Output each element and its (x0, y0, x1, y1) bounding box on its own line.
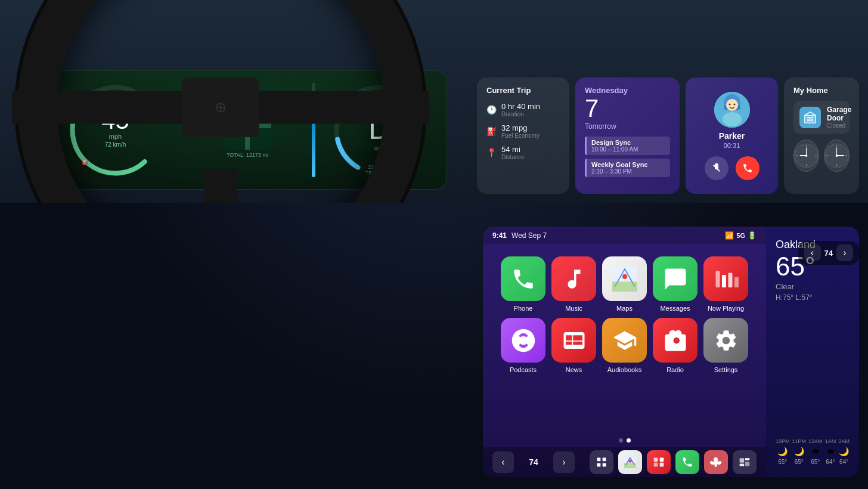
app-phone[interactable]: Phone (501, 256, 545, 312)
signal-strength: 5G (736, 232, 745, 239)
forecast-temp-4: 64° (839, 459, 848, 465)
calendar-day-name: Wednesday (585, 86, 670, 95)
svg-point-9 (728, 103, 730, 105)
home-widget: My Home Garage Door Closed (784, 78, 859, 194)
forecast-icon-1: 🌙 (794, 447, 804, 456)
app-music[interactable]: Music (551, 256, 596, 312)
dock-fan-button[interactable] (704, 450, 728, 474)
right-panel-widgets: Current Trip 🕐 0 hr 40 min Duration ⛽ 32… (477, 78, 859, 194)
distance-icon: 📍 (486, 148, 497, 157)
forecast-time-2: 12AM (808, 438, 823, 444)
radio-label: Radio (666, 366, 684, 373)
page-dot-1[interactable] (619, 438, 623, 442)
svg-point-46 (629, 460, 632, 463)
dock-maps-button[interactable] (618, 450, 642, 474)
svg-rect-41 (603, 458, 606, 462)
app-podcasts[interactable]: Podcasts (501, 318, 545, 373)
calendar-tomorrow: Tomorrow (585, 122, 670, 131)
calendar-widget: Wednesday 7 Tomorrow Design Sync 10:00 –… (575, 78, 680, 194)
forecast-temp-1: 65° (795, 459, 804, 465)
svg-rect-35 (715, 271, 720, 287)
svg-rect-50 (660, 463, 664, 467)
app-nowplaying[interactable]: Now Playing (703, 256, 748, 312)
event-2-time: 2:30 – 3:30 PM (591, 168, 665, 175)
apps-row-1: Phone Music (501, 256, 748, 312)
news-label: News (566, 366, 582, 373)
svg-rect-42 (597, 463, 601, 467)
forecast-11pm: 11PM 🌙 65° (792, 438, 807, 465)
radio-icon (653, 318, 698, 363)
garage-icon (799, 107, 821, 128)
end-call-button[interactable] (736, 156, 760, 180)
maps-label: Maps (616, 305, 633, 312)
forecast-row: 10PM 🌙 65° 11PM 🌙 65° 12AM 🌧 65° 1AM 🌧 (776, 438, 850, 465)
apps-row-2: Podcasts News (501, 318, 748, 373)
forecast-2am: 2AM 🌙 64° (838, 438, 850, 465)
trip-distance-label: Distance (501, 154, 525, 160)
svg-point-31 (836, 154, 838, 157)
app-audiobooks[interactable]: Audiobooks (602, 318, 647, 373)
event-1-title: Design Sync (591, 139, 665, 146)
phone-label: Phone (514, 305, 533, 312)
messages-label: Messages (660, 305, 690, 312)
trip-distance-row: 📍 54 mi Distance (486, 145, 560, 160)
weather-range: H:75° L:57° (776, 293, 850, 302)
svg-rect-55 (740, 464, 745, 466)
dock-appstore-button[interactable] (647, 450, 671, 474)
home-grid-button[interactable] (590, 450, 613, 474)
battery-icon: 🔋 (748, 231, 757, 240)
svg-rect-38 (734, 277, 739, 287)
analog-clocks (793, 140, 850, 172)
weather-high: H:75° (776, 293, 793, 302)
calendar-event-1: Design Sync 10:00 – 11:00 AM (585, 137, 670, 155)
calendar-event-2: Weekly Goal Sync 2:30 – 3:30 PM (585, 159, 670, 177)
app-radio[interactable]: Radio (653, 318, 698, 373)
trip-duration-value: 0 hr 40 min (501, 102, 540, 111)
steering-center-hub: ⊕ (182, 78, 259, 137)
forecast-time-4: 2AM (838, 438, 850, 444)
mute-button[interactable] (705, 156, 728, 180)
right-forward-button[interactable]: › (836, 244, 853, 261)
app-maps[interactable]: Maps (602, 256, 647, 312)
caller-avatar (714, 92, 750, 128)
forward-button[interactable]: › (553, 451, 575, 473)
maps-icon (602, 256, 647, 301)
weather-forecast: 10PM 🌙 65° 11PM 🌙 65° 12AM 🌧 65° 1AM 🌧 (776, 438, 850, 465)
right-volume-value: 74 (824, 249, 833, 258)
app-news[interactable]: News (551, 318, 596, 373)
back-button[interactable]: ‹ (492, 451, 514, 473)
home-widget-title: My Home (793, 86, 850, 95)
clock-icon: 🕐 (486, 105, 497, 114)
svg-point-7 (723, 112, 742, 126)
dock-center-buttons (590, 450, 757, 474)
carplay-main-screen: 9:41 Wed Sep 7 📶 5G 🔋 Phone (483, 227, 766, 477)
svg-rect-47 (654, 458, 658, 462)
weather-low: L:57° (796, 293, 813, 302)
nowplaying-icon (703, 256, 748, 301)
page-dots (483, 434, 766, 447)
app-settings[interactable]: Settings (703, 318, 748, 373)
page-dot-2[interactable] (627, 438, 631, 442)
garage-door-item[interactable]: Garage Door Closed (793, 101, 850, 134)
event-2-title: Weekly Goal Sync (591, 161, 665, 168)
forecast-temp-2: 65° (811, 459, 820, 465)
forecast-icon-0: 🌙 (777, 447, 788, 456)
dock-phone-button[interactable] (675, 450, 699, 474)
trip-fuel-label: Fuel Economy (501, 132, 540, 139)
app-messages[interactable]: Messages (653, 256, 698, 312)
forecast-1am: 1AM 🌧 64° (825, 438, 836, 465)
forecast-temp-3: 64° (826, 459, 835, 465)
trip-fuel-row: ⛽ 32 mpg Fuel Economy (486, 123, 560, 139)
music-icon (551, 256, 596, 301)
current-trip-widget: Current Trip 🕐 0 hr 40 min Duration ⛽ 32… (477, 78, 569, 194)
carplay-dock: ‹ 74 › (483, 447, 766, 477)
carplay-status-bar: 9:41 Wed Sep 7 📶 5G 🔋 (483, 227, 766, 244)
right-back-button[interactable]: ‹ (804, 244, 821, 261)
svg-rect-49 (654, 463, 658, 467)
calendar-date: 7 (585, 96, 670, 121)
forecast-time-3: 1AM (825, 438, 836, 444)
messages-icon (653, 256, 698, 301)
podcasts-label: Podcasts (510, 366, 537, 373)
trip-duration-label: Duration (501, 111, 540, 117)
dock-control-button[interactable] (733, 450, 757, 474)
